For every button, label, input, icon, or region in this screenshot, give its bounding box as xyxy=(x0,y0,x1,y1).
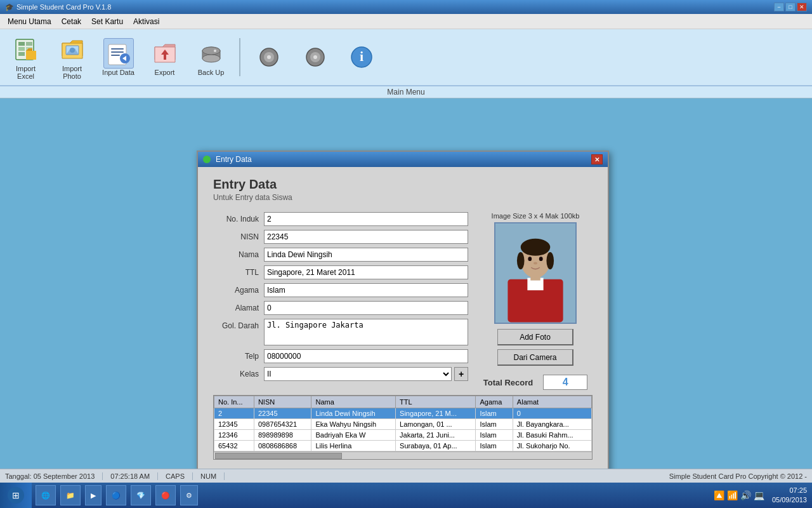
svg-point-39 xyxy=(534,262,537,265)
col-nisn: NISN xyxy=(254,396,311,408)
gol-darah-input[interactable]: Jl. Singapore Jakarta xyxy=(264,319,468,345)
table-row[interactable]: 654320808686868Lilis HerlinaSurabaya, 01… xyxy=(214,441,592,451)
menu-aktivasi[interactable]: Aktivasi xyxy=(128,16,164,27)
export-label: Export xyxy=(155,69,175,76)
title-bar-controls: − □ ✕ xyxy=(774,3,807,11)
export-button[interactable]: Export xyxy=(144,36,185,79)
no-induk-input[interactable] xyxy=(264,212,468,226)
window-title: Simple Student Card Pro V.1.8 xyxy=(16,3,111,11)
svg-point-19 xyxy=(202,55,220,62)
nama-row: Nama xyxy=(213,248,468,262)
table-cell-nama: Linda Dewi Ningsih xyxy=(311,408,396,419)
date-value: 05 September 2013 xyxy=(34,472,95,480)
nama-input[interactable] xyxy=(264,248,468,262)
svg-text:i: i xyxy=(359,48,363,64)
info-button[interactable]: i xyxy=(341,39,382,75)
agama-input[interactable] xyxy=(264,283,468,297)
col-ttl: TTL xyxy=(396,396,476,408)
backup-button[interactable]: Back Up xyxy=(190,36,232,79)
menu-cetak[interactable]: Cetak xyxy=(56,16,86,27)
form-fields: No. Induk NISN Nama TTL xyxy=(213,212,468,390)
import-photo-button[interactable]: Import Photo xyxy=(51,32,93,83)
total-record-area: Total Record 4 xyxy=(483,375,588,390)
svg-point-20 xyxy=(202,47,220,55)
close-button[interactable]: ✕ xyxy=(797,3,807,11)
date-label: Tanggal: xyxy=(5,472,32,480)
toolbar-btn-disk2[interactable] xyxy=(294,39,336,75)
svg-rect-12 xyxy=(111,51,124,53)
toolbar: Import Excel Import Photo xyxy=(0,29,812,86)
col-agama: Agama xyxy=(476,396,513,408)
table-cell-ttl: Surabaya, 01 Ap... xyxy=(396,441,476,451)
ttl-label: TTL xyxy=(213,265,264,277)
svg-point-27 xyxy=(313,55,317,59)
no-induk-label: No. Induk xyxy=(213,212,264,224)
nama-label: Nama xyxy=(213,248,264,259)
dari-camera-button[interactable]: Dari Camera xyxy=(497,349,573,366)
table-row[interactable]: 222345Linda Dewi NingsihSingapore, 21 M.… xyxy=(214,408,592,419)
agama-row: Agama xyxy=(213,283,468,297)
dialog-close-button[interactable]: ✕ xyxy=(591,154,603,164)
table-cell-no_induk: 12345 xyxy=(214,419,254,430)
table-cell-ttl: Singapore, 21 M... xyxy=(396,408,476,419)
svg-point-37 xyxy=(528,257,532,261)
alamat-input[interactable] xyxy=(264,301,468,315)
taskbar-date-value: 05/09/2013 xyxy=(772,495,807,505)
toolbar-btn-disk1[interactable] xyxy=(248,39,289,75)
minimize-button[interactable]: − xyxy=(774,3,784,11)
scroll-thumb[interactable] xyxy=(215,453,342,459)
svg-point-21 xyxy=(214,50,216,52)
table-cell-agama: Islam xyxy=(476,441,513,451)
dialog-title-left: Entry Data xyxy=(203,155,252,164)
taskbar-chrome[interactable]: 🔵 xyxy=(106,485,126,505)
input-data-label: Input Data xyxy=(102,69,134,76)
svg-point-40 xyxy=(517,252,525,269)
agama-label: Agama xyxy=(213,283,264,295)
export-icon xyxy=(150,38,180,69)
import-photo-label: Import Photo xyxy=(54,65,90,80)
ttl-input[interactable] xyxy=(264,265,468,279)
toolbar-separator xyxy=(239,38,240,76)
svg-point-38 xyxy=(539,257,543,261)
dialog-titlebar: Entry Data ✕ xyxy=(198,152,608,167)
green-dot xyxy=(203,156,211,163)
taskbar-ie[interactable]: 🌐 xyxy=(36,485,56,505)
input-data-button[interactable]: Input Data xyxy=(98,36,139,79)
menu-set-kartu[interactable]: Set Kartu xyxy=(86,16,128,27)
taskbar-extra1[interactable]: 💎 xyxy=(131,485,151,505)
ttl-row: TTL xyxy=(213,265,468,279)
import-excel-button[interactable]: Import Excel xyxy=(5,32,46,83)
telp-input[interactable] xyxy=(264,349,468,363)
status-copyright: Simple Student Card Pro Copyright © 2012… xyxy=(669,472,807,480)
kelas-select-area: I II III IV V VI + xyxy=(264,367,468,381)
add-foto-button[interactable]: Add Foto xyxy=(497,329,573,345)
table-cell-alamat: Jl. Bayangkara... xyxy=(513,419,591,430)
taskbar: ⊞ 🌐 📁 ▶ 🔵 💎 🔴 ⚙ 🔼 📶 🔊 💻 07:25 05/09/2013 xyxy=(0,483,812,508)
svg-rect-11 xyxy=(111,48,124,50)
kelas-add-button[interactable]: + xyxy=(454,367,468,381)
table-row[interactable]: 12346898989898Badriyah Eka WJakarta, 21 … xyxy=(214,430,592,441)
telp-label: Telp xyxy=(213,349,264,361)
main-menu-label: Main Menu xyxy=(0,86,812,98)
svg-point-41 xyxy=(546,252,554,269)
nisn-label: NISN xyxy=(213,230,264,241)
alamat-row: Alamat xyxy=(213,301,468,315)
taskbar-media[interactable]: ▶ xyxy=(85,485,102,505)
svg-point-36 xyxy=(521,239,551,256)
start-button[interactable]: ⊞ xyxy=(0,483,32,508)
photo-box xyxy=(494,222,577,324)
kelas-select[interactable]: I II III IV V VI xyxy=(264,367,452,381)
dialog-subtitle: Untuk Entry data Siswa xyxy=(213,193,593,202)
horizontal-scrollbar[interactable] xyxy=(214,451,592,459)
table-row[interactable]: 123450987654321Eka Wahyu NingsihLamongan… xyxy=(214,419,592,430)
taskbar-extra3[interactable]: ⚙ xyxy=(180,485,198,505)
maximize-button[interactable]: □ xyxy=(785,3,796,11)
app-icon: 🎓 xyxy=(5,3,14,11)
data-table: No. In... NISN Nama TTL Agama Alamat 222… xyxy=(214,396,592,451)
taskbar-extra2[interactable]: 🔴 xyxy=(155,485,176,505)
nisn-input[interactable] xyxy=(264,230,468,244)
table-scroll[interactable]: No. In... NISN Nama TTL Agama Alamat 222… xyxy=(214,396,592,451)
menu-utama[interactable]: Menu Utama xyxy=(3,16,56,27)
svg-text:⊞: ⊞ xyxy=(12,490,20,500)
taskbar-explorer[interactable]: 📁 xyxy=(60,485,81,505)
